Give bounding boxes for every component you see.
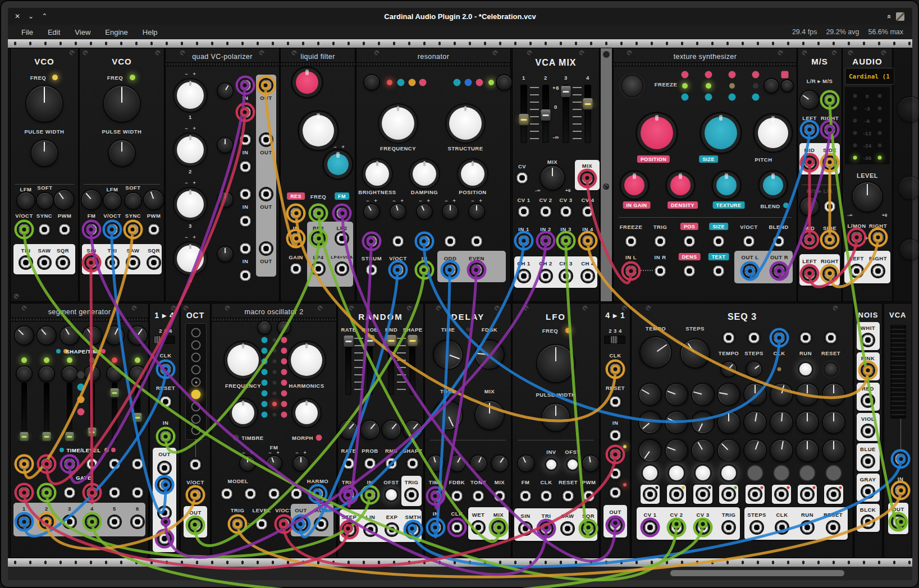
in2-jack[interactable] — [538, 233, 553, 248]
fader-handle[interactable] — [88, 428, 97, 437]
gate-jack-1[interactable] — [17, 485, 31, 500]
seq-knob-r3c7[interactable] — [797, 440, 818, 461]
wet-jack[interactable] — [471, 520, 486, 535]
seg-knob-1[interactable] — [17, 366, 31, 381]
whit-jack[interactable] — [861, 333, 875, 347]
gate-jack-2[interactable] — [39, 485, 54, 500]
model-select-knob-a[interactable] — [258, 321, 271, 334]
poly-icon-pink[interactable] — [476, 79, 483, 86]
mix-knob[interactable] — [475, 401, 504, 429]
ofst-button[interactable] — [386, 489, 397, 500]
gate-jack-2[interactable] — [669, 487, 684, 502]
module-quad-vc-polarizer[interactable]: quad VC-polarizer −+ 1 IN OUT −+ 2 IN OU… — [165, 48, 280, 302]
step-button-8[interactable] — [826, 466, 841, 480]
fm-knob[interactable] — [327, 154, 349, 175]
in-l-jack[interactable] — [624, 264, 638, 278]
clk-jack[interactable] — [539, 489, 554, 503]
pwm-jack[interactable] — [57, 222, 72, 237]
menu-view[interactable]: View — [75, 28, 90, 36]
side-in-jack[interactable] — [822, 232, 837, 247]
seg-fader-3[interactable] — [67, 383, 72, 441]
in-jack-4b[interactable] — [238, 268, 253, 283]
soft-knob[interactable] — [37, 193, 53, 209]
step-button-7[interactable] — [800, 466, 815, 480]
fm-jack[interactable] — [335, 206, 349, 220]
seg-knob-5[interactable] — [107, 366, 122, 381]
fm-atten[interactable] — [515, 453, 536, 474]
aux-jack[interactable] — [314, 517, 328, 531]
frequency-knob[interactable] — [382, 107, 414, 140]
sin-jack[interactable] — [518, 521, 533, 536]
ch4-jack[interactable] — [580, 269, 595, 283]
voct-jack[interactable] — [391, 263, 405, 277]
atten-knob-1[interactable] — [215, 81, 235, 101]
clk-jack[interactable] — [608, 362, 623, 376]
step-button-2[interactable] — [669, 466, 684, 480]
seg-fader-2[interactable] — [44, 383, 49, 441]
seq-knob-r1c8[interactable] — [823, 384, 844, 405]
cv3-jack[interactable] — [559, 204, 573, 219]
module-1to4[interactable]: 1 ▸ 4 2 3 4 CLK RESET IN OUT — [149, 303, 180, 558]
in-jack[interactable] — [893, 483, 908, 498]
wave-icon[interactable] — [77, 396, 85, 403]
red-jack[interactable] — [861, 393, 875, 408]
module-oct[interactable]: OCT V/OCT OUT — [180, 303, 211, 558]
in-jack[interactable] — [289, 231, 303, 246]
module-4to1[interactable]: 4 ▸ 1 2 3 4 CLK RESET IN OUT — [600, 303, 630, 558]
reset-jack[interactable] — [608, 394, 623, 409]
in-jack-1a[interactable] — [238, 78, 253, 93]
polarize-knob-2[interactable] — [177, 136, 204, 163]
structure-cv-jack[interactable] — [443, 234, 458, 249]
loop-icon[interactable] — [77, 371, 85, 379]
poly-icon-blue[interactable] — [465, 79, 472, 86]
in1-jack[interactable] — [516, 233, 531, 248]
rate-fader[interactable] — [345, 336, 351, 395]
atten-knob[interactable] — [443, 204, 458, 219]
in-gain-knob[interactable] — [624, 175, 644, 195]
out-l-jack[interactable] — [743, 264, 757, 278]
module-audio[interactable]: AUDIO Cardinal (1 0 -3 -6 -12 -24 -36 LE… — [842, 48, 893, 302]
in-jack-3[interactable] — [608, 466, 623, 481]
out-jack-1[interactable] — [259, 78, 273, 93]
size-jack[interactable] — [711, 234, 726, 249]
in4-jack[interactable] — [580, 233, 595, 248]
fdbk-cv-jack[interactable] — [450, 489, 464, 503]
gate-jack-4[interactable] — [721, 487, 736, 502]
oct-step[interactable] — [191, 365, 201, 375]
model-jack-b[interactable] — [243, 486, 258, 501]
atten-knob[interactable] — [389, 203, 407, 220]
sin-jack[interactable] — [84, 255, 99, 270]
prob-fader[interactable] — [367, 336, 373, 395]
position-knob[interactable] — [641, 117, 673, 149]
reset-jack[interactable] — [158, 394, 173, 409]
res-cv-jack[interactable] — [289, 206, 303, 220]
seq-knob-r3c3[interactable] — [688, 436, 717, 465]
fm-jack[interactable] — [267, 486, 281, 501]
steps-knob[interactable] — [675, 334, 715, 373]
tri-jack[interactable] — [105, 255, 120, 270]
time-atten[interactable] — [426, 454, 445, 473]
in-jack-3a[interactable] — [238, 187, 253, 201]
fm-atten-knob[interactable] — [78, 186, 105, 213]
octave-display[interactable] — [185, 323, 207, 440]
fader-4[interactable] — [584, 85, 591, 143]
mode-icon-4[interactable] — [752, 94, 760, 101]
quality-select-knob[interactable] — [781, 80, 793, 91]
module-delay[interactable]: DELAY TIME FDBK TONE MIX TIME FDBK TONE … — [424, 303, 511, 558]
right-in-jack[interactable] — [871, 230, 885, 245]
out-jack-4[interactable] — [157, 531, 172, 546]
seq-knob-r3c6[interactable] — [769, 438, 794, 463]
cutoff-knob[interactable] — [303, 115, 334, 146]
tl-jack-5[interactable] — [107, 457, 122, 471]
module-liquid-filter[interactable]: liquid filter −+ RES FREQ FM IN BP2 LP2 … — [280, 48, 355, 302]
step-button-5[interactable] — [748, 466, 762, 480]
steps-trim-knob[interactable] — [744, 359, 764, 379]
module-nois[interactable]: NOIS WHIT PINK RED VIOL BLUE GRAY BLCK — [854, 303, 883, 558]
odd-jack[interactable] — [443, 263, 458, 277]
encode-in-jack[interactable] — [822, 93, 837, 107]
seg-fader-6[interactable] — [135, 383, 140, 441]
run-button[interactable] — [799, 363, 812, 375]
sqr-jack[interactable] — [147, 255, 161, 270]
voct-jack[interactable] — [277, 517, 291, 531]
size-knob[interactable] — [705, 117, 737, 149]
